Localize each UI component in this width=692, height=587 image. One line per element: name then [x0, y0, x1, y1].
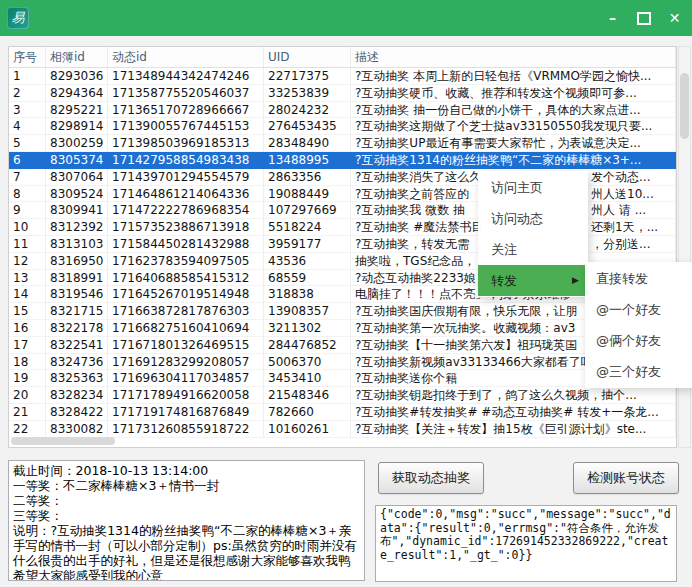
cell-album-id: 8298914 [46, 118, 108, 135]
cell-uid: 318838 [264, 286, 351, 303]
table-row[interactable]: 1683221781716682751604106943211302?互动抽奖第… [9, 320, 676, 337]
cell-dynamic-id: 171696304117034857 [108, 370, 264, 387]
desc-text: ?互动抽奖UP最近有事需要大家帮忙，为表诚意决定... [355, 136, 641, 150]
table-row[interactable]: 20832823417171789491662005821548346?互动抽奖… [9, 387, 676, 404]
window-controls: – ✕ [597, 0, 690, 36]
cell-album-id: 8322541 [46, 337, 108, 354]
cell-dynamic-id: 171358775520546037 [108, 85, 264, 102]
cell-dynamic-id: 171427958854983438 [108, 152, 264, 169]
desc-text: ?互动抽奖，转发无需 [355, 237, 469, 251]
cell-uid: 5006370 [264, 354, 351, 371]
table-row[interactable]: 1983253631716963041170348573453410?互动抽奖送… [9, 370, 676, 387]
cell-uid: 5518224 [264, 219, 351, 236]
table-row[interactable]: 1883247361716912832992080575006370?互动抽奖新… [9, 354, 676, 371]
close-button[interactable]: ✕ [659, 0, 690, 36]
cell-uid: 22717375 [264, 68, 351, 85]
table-row[interactable]: 3829522117136517072896666728024232?互动抽奖 … [9, 102, 676, 119]
cell-seq: 17 [9, 337, 46, 354]
desc-text: ?互动抽奖 抽一份自己做的小饼干，具体的大家点进... [355, 103, 641, 117]
table-row[interactable]: 6830537417142795885498343813488995?互动抽奖1… [9, 152, 676, 169]
desc-text: ?互动抽奖第一次玩抽奖。收藏视频：av3 [355, 321, 575, 335]
cell-seq: 12 [9, 253, 46, 270]
cell-dynamic-id: 171390055767445153 [108, 118, 264, 135]
cell-album-id: 8307064 [46, 169, 108, 186]
desc-text: ?互动抽奖消失了这么久 [355, 170, 481, 184]
table-row[interactable]: 218328422171719174816876849782660?互动抽奖#转… [9, 404, 676, 421]
cell-dynamic-id: 171719174816876849 [108, 404, 264, 421]
column-header[interactable]: 动态id [108, 47, 264, 67]
table-row[interactable]: 1829303617134894434247424622717375?互动抽奖 … [9, 68, 676, 85]
prize-info-box[interactable]: 截止时间：2018-10-13 13:14:00 一等奖：不二家棒棒糖×3＋情书… [8, 460, 365, 581]
column-header[interactable]: 序号 [9, 47, 46, 67]
cell-album-id: 8325363 [46, 370, 108, 387]
fetch-lottery-button[interactable]: 获取动态抽奖 [378, 462, 484, 494]
submenu-item-@俩个好友[interactable]: @俩个好友 [585, 325, 692, 356]
desc-text: ?互动抽奖我 微数 抽 [355, 203, 465, 217]
desc-tail-text: 还剩1天，... [591, 219, 658, 236]
cell-uid: 3959177 [264, 236, 351, 253]
column-header[interactable]: 描述 [351, 47, 676, 67]
context-menu-item-转发[interactable]: 转发▶ [478, 265, 588, 296]
cell-uid: 13488995 [264, 152, 351, 169]
context-menu-item-访问动态[interactable]: 访问动态 [478, 203, 588, 234]
minimize-button[interactable]: – [597, 0, 628, 36]
maximize-button[interactable] [628, 0, 659, 36]
cell-album-id: 8330082 [46, 421, 108, 438]
menu-item-label: 访问动态 [491, 211, 543, 226]
check-account-button[interactable]: 检测账号状态 [573, 462, 679, 494]
cell-uid: 10160261 [264, 421, 351, 438]
submenu-item-@一个好友[interactable]: @一个好友 [585, 294, 692, 325]
cell-album-id: 8295221 [46, 102, 108, 119]
cell-seq: 10 [9, 219, 46, 236]
table-header: 序号相簿id动态idUID描述 [9, 47, 676, 68]
cell-album-id: 8318991 [46, 270, 108, 287]
cell-uid: 68559 [264, 270, 351, 287]
context-menu-item-关注[interactable]: 关注 [478, 234, 588, 265]
cell-album-id: 8319546 [46, 286, 108, 303]
table-row[interactable]: 48298914171390055767445153276453435?互动抽奖… [9, 118, 676, 135]
cell-dynamic-id: 171640688585415312 [108, 270, 264, 287]
cell-seq: 6 [9, 152, 46, 169]
cell-uid: 3211302 [264, 320, 351, 337]
cell-dynamic-id: 171584450281432988 [108, 236, 264, 253]
cell-dynamic-id: 171398503969185313 [108, 135, 264, 152]
cell-album-id: 8300259 [46, 135, 108, 152]
cell-dynamic-id: 171668275160410694 [108, 320, 264, 337]
table-row[interactable]: 178322541171671801326469515284476852?互动抽… [9, 337, 676, 354]
cell-seq: 5 [9, 135, 46, 152]
context-menu-item-访问主页[interactable]: 访问主页 [478, 172, 588, 203]
cell-seq: 7 [9, 169, 46, 186]
table-row[interactable]: 15832171517166387281787630313908357?互动抽奖… [9, 303, 676, 320]
menu-item-label: 关注 [491, 242, 517, 257]
cell-album-id: 8313103 [46, 236, 108, 253]
cell-dynamic-id: 171671801326469515 [108, 337, 264, 354]
desc-text: 抽奖啦，TGS纪念品， [355, 254, 475, 268]
table-row[interactable]: 5830025917139850396918531328348490?互动抽奖U… [9, 135, 676, 152]
cell-album-id: 8324736 [46, 354, 108, 371]
cell-seq: 2 [9, 85, 46, 102]
cell-dynamic-id: 171717894916620058 [108, 387, 264, 404]
submenu-item-直接转发[interactable]: 直接转发 [585, 263, 692, 294]
desc-text: ?互动抽奖【十一抽奖第六发】祖玛珑英国 [355, 338, 577, 352]
table-row[interactable]: 2829436417135877552054603733253839?互动抽奖硬… [9, 85, 676, 102]
horizontal-scrollbar-thumb[interactable] [11, 437, 115, 445]
api-response-box[interactable]: {"code":0,"msg":"succ","message":"succ",… [375, 505, 677, 582]
cell-dynamic-id: 171663872817876303 [108, 303, 264, 320]
close-icon: ✕ [669, 10, 681, 26]
column-header[interactable]: UID [264, 47, 351, 67]
desc-text: ?互动抽奖1314的粉丝抽奖鸭“不二家的棒棒糖×3+... [355, 153, 641, 167]
desc-tail-text: ，分别送... [591, 236, 650, 253]
table-row[interactable]: 22833008217173126085591872210160261?互动抽奖… [9, 421, 676, 438]
cell-seq: 4 [9, 118, 46, 135]
submenu-arrow-icon: ▶ [572, 265, 579, 296]
cell-seq: 13 [9, 270, 46, 287]
cell-uid: 13908357 [264, 303, 351, 320]
submenu-item-@三个好友[interactable]: @三个好友 [585, 356, 692, 387]
cell-seq: 8 [9, 186, 46, 203]
cell-dynamic-id: 171731260855918722 [108, 421, 264, 438]
vertical-scrollbar-thumb[interactable] [680, 73, 689, 139]
cell-dynamic-id: 171691283299208057 [108, 354, 264, 371]
column-header[interactable]: 相簿id [46, 47, 108, 67]
minimize-icon: – [609, 10, 616, 26]
desc-text: ?互动抽奖新视频av33133466大家都看了吗 [355, 355, 593, 369]
